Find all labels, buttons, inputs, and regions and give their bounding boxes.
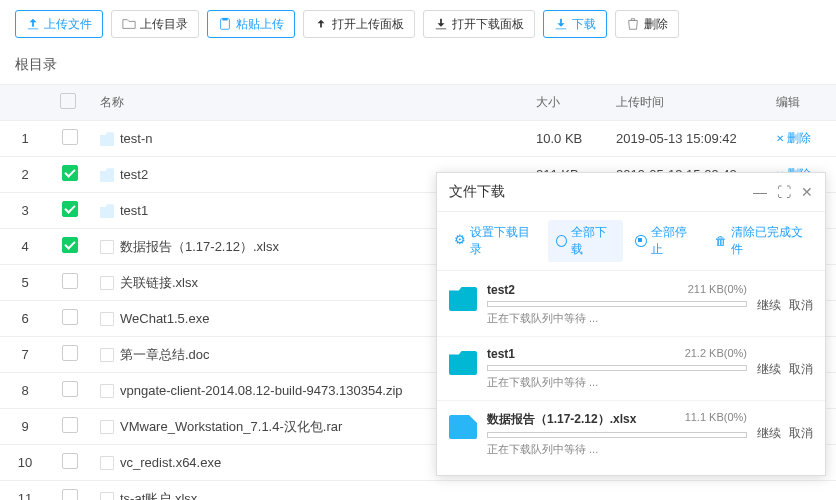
download-panel-title: 文件下载: [449, 183, 505, 201]
row-name[interactable]: ts-at账户.xlsx: [90, 481, 526, 501]
table-row[interactable]: 1 test-n 10.0 KB 2019-05-13 15:09:42 删除: [0, 121, 836, 157]
trash-icon: 🗑: [715, 234, 727, 248]
stop-all-tab[interactable]: 全部停止: [627, 220, 702, 262]
breadcrumb[interactable]: 根目录: [0, 48, 836, 85]
down-icon: [434, 17, 448, 31]
upload-icon: [26, 17, 40, 31]
folder-icon: [100, 132, 114, 146]
doc-icon: [100, 384, 114, 398]
doc-icon: [100, 240, 114, 254]
row-checkbox[interactable]: [62, 453, 78, 469]
download-item: test1 21.2 KB(0%) 正在下载队列中等待 ... 继续 取消: [437, 336, 825, 396]
download-item-name: 数据报告（1.17-2.12）.xlsx: [487, 411, 636, 428]
row-index: 9: [0, 409, 50, 445]
btn-label: 上传目录: [140, 16, 188, 33]
folder-icon: [449, 351, 477, 375]
row-checkbox[interactable]: [62, 237, 78, 253]
row-size: [526, 481, 606, 501]
doc-icon: [100, 276, 114, 290]
row-index: 5: [0, 265, 50, 301]
cancel-button[interactable]: 取消: [789, 425, 813, 442]
tab-label: 全部下载: [571, 224, 615, 258]
tab-label: 设置下载目录: [470, 224, 536, 258]
table-row[interactable]: 11 ts-at账户.xlsx: [0, 481, 836, 501]
btn-label: 上传文件: [44, 16, 92, 33]
col-checkbox: [50, 85, 90, 121]
row-checkbox[interactable]: [62, 129, 78, 145]
minimize-icon[interactable]: —: [753, 184, 767, 200]
down-icon: [554, 17, 568, 31]
folder-icon: [122, 17, 136, 31]
col-edit: 编辑: [766, 85, 836, 121]
tab-label: 全部停止: [651, 224, 695, 258]
row-checkbox[interactable]: [62, 309, 78, 325]
set-dir-tab[interactable]: 设置下载目录: [447, 220, 544, 262]
download-item: 数据报告（1.17-2.12）.xlsx 11.1 KB(0%) 正在下载队列中…: [437, 400, 825, 463]
row-index: 2: [0, 157, 50, 193]
row-time: 2019-05-13 15:09:42: [606, 121, 766, 157]
download-item-size: 21.2 KB(0%): [685, 347, 747, 361]
row-checkbox[interactable]: [62, 417, 78, 433]
btn-label: 下载: [572, 16, 596, 33]
btn-label: 删除: [644, 16, 668, 33]
col-name[interactable]: 名称: [90, 85, 526, 121]
progress-bar: [487, 432, 747, 438]
progress-bar: [487, 301, 747, 307]
row-index: 10: [0, 445, 50, 481]
folder-icon: [100, 168, 114, 182]
col-time[interactable]: 上传时间: [606, 85, 766, 121]
tab-icon: [455, 235, 466, 247]
open-download-panel-button[interactable]: 打开下载面板: [423, 10, 535, 38]
file-icon: [449, 415, 477, 439]
doc-icon: [100, 420, 114, 434]
col-index: [0, 85, 50, 121]
delete-button[interactable]: 删除: [615, 10, 679, 38]
download-item-size: 11.1 KB(0%): [685, 411, 747, 428]
download-panel: 文件下载 — ⛶ ✕ 设置下载目录全部下载全部停止🗑清除已完成文件 test2 …: [436, 172, 826, 476]
upload-dir-button[interactable]: 上传目录: [111, 10, 199, 38]
btn-label: 打开下载面板: [452, 16, 524, 33]
maximize-icon[interactable]: ⛶: [777, 184, 791, 200]
download-item-name: test2: [487, 283, 515, 297]
btn-label: 粘贴上传: [236, 16, 284, 33]
row-name[interactable]: test-n: [90, 121, 526, 157]
select-all-checkbox[interactable]: [60, 93, 76, 109]
clear-done-tab[interactable]: 🗑清除已完成文件: [707, 220, 815, 262]
close-icon[interactable]: ✕: [801, 184, 813, 200]
row-checkbox[interactable]: [62, 345, 78, 361]
continue-button[interactable]: 继续: [757, 361, 781, 378]
paste-upload-button[interactable]: 粘贴上传: [207, 10, 295, 38]
trash-icon: [626, 17, 640, 31]
row-index: 8: [0, 373, 50, 409]
col-size[interactable]: 大小: [526, 85, 606, 121]
row-checkbox[interactable]: [62, 273, 78, 289]
row-time: [606, 481, 766, 501]
download-button[interactable]: 下载: [543, 10, 607, 38]
open-upload-panel-button[interactable]: 打开上传面板: [303, 10, 415, 38]
download-item-status: 正在下载队列中等待 ...: [487, 442, 747, 457]
upload-file-button[interactable]: 上传文件: [15, 10, 103, 38]
row-index: 6: [0, 301, 50, 337]
up-icon: [314, 17, 328, 31]
continue-button[interactable]: 继续: [757, 425, 781, 442]
row-checkbox[interactable]: [62, 489, 78, 500]
download-item: test2 211 KB(0%) 正在下载队列中等待 ... 继续 取消: [437, 277, 825, 332]
download-all-tab[interactable]: 全部下载: [548, 220, 623, 262]
row-index: 11: [0, 481, 50, 501]
doc-icon: [100, 348, 114, 362]
cancel-button[interactable]: 取消: [789, 297, 813, 314]
doc-icon: [100, 456, 114, 470]
cancel-button[interactable]: 取消: [789, 361, 813, 378]
toolbar: 上传文件上传目录粘贴上传打开上传面板打开下载面板下载删除: [0, 0, 836, 48]
row-delete-link[interactable]: 删除: [776, 131, 811, 145]
folder-icon: [449, 287, 477, 311]
row-index: 3: [0, 193, 50, 229]
doc-icon: [100, 312, 114, 326]
paste-icon: [218, 17, 232, 31]
download-item-status: 正在下载队列中等待 ...: [487, 311, 747, 326]
row-checkbox[interactable]: [62, 381, 78, 397]
row-checkbox[interactable]: [62, 201, 78, 217]
row-index: 1: [0, 121, 50, 157]
continue-button[interactable]: 继续: [757, 297, 781, 314]
row-checkbox[interactable]: [62, 165, 78, 181]
